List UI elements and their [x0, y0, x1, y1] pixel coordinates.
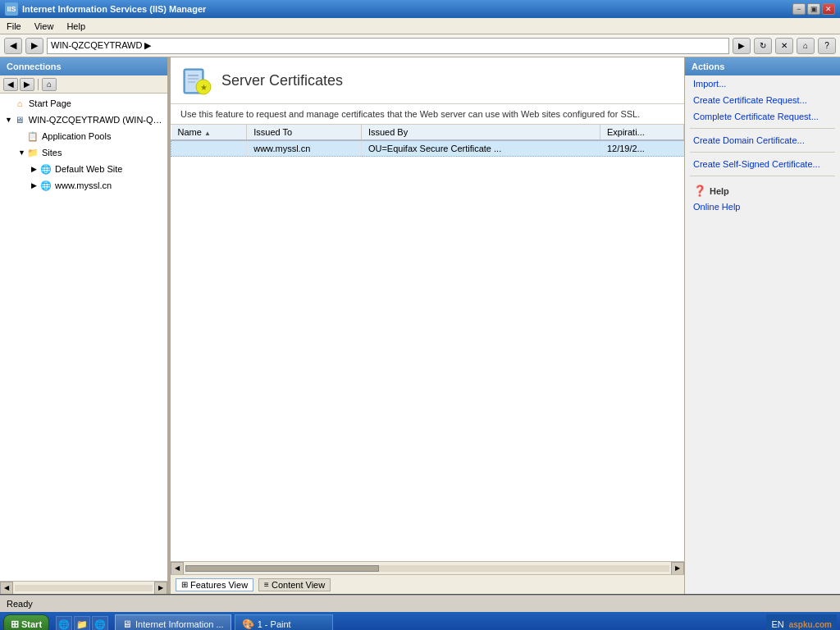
content-title: Server Certificates — [221, 72, 343, 89]
table-header-row: Name ▲ Issued To Issued By Expirati... — [171, 125, 684, 140]
start-page-icon: ⌂ — [13, 97, 26, 110]
help-section-header: ❓ Help — [685, 180, 840, 199]
conn-back-button[interactable]: ◀ — [3, 78, 18, 91]
main-layout: Connections ◀ ▶ ⌂ ⌂ Start Page ▼ 🖥 WIN-Q… — [0, 57, 840, 594]
tree-app-pools[interactable]: 📋 Application Pools — [0, 128, 167, 144]
title-bar: IIS Internet Information Services (IIS) … — [0, 0, 840, 18]
right-panel: Actions Import... Create Certificate Req… — [684, 57, 840, 594]
menu-bar: File View Help — [0, 18, 840, 34]
menu-file[interactable]: File — [0, 20, 28, 33]
h-scroll-track[interactable] — [185, 565, 669, 572]
forward-button[interactable]: ▶ — [25, 38, 43, 54]
app-icon: IIS — [5, 2, 18, 16]
back-button[interactable]: ◀ — [4, 38, 22, 54]
scroll-right-arrow[interactable]: ▶ — [154, 582, 167, 595]
refresh-button[interactable]: ↻ — [754, 38, 772, 54]
col-name[interactable]: Name ▲ — [171, 125, 247, 140]
scroll-left-arrow[interactable]: ◀ — [0, 582, 13, 595]
watermark-text: aspku.com — [789, 620, 832, 629]
minimize-button[interactable]: − — [792, 3, 806, 15]
scroll-track[interactable] — [15, 585, 153, 591]
system-tray: EN aspku.com — [766, 614, 837, 630]
tree-app-pools-label: Application Pools — [42, 131, 111, 141]
menu-help[interactable]: Help — [60, 20, 92, 33]
sort-arrow: ▲ — [204, 130, 211, 137]
address-bar: ◀ ▶ ▶ ↻ ✕ ⌂ ? — [0, 34, 840, 57]
create-self-signed-action[interactable]: Create Self-Signed Certificate... — [685, 156, 840, 172]
table-container[interactable]: Name ▲ Issued To Issued By Expirati... — [171, 125, 684, 561]
tree-server-label: WIN-QZCQEYTRAWD (WIN-QZC — [29, 115, 164, 125]
actions-header: Actions — [685, 57, 840, 75]
tree-arrow-server[interactable]: ▼ — [5, 116, 13, 124]
close-button[interactable]: ✕ — [822, 3, 835, 15]
connections-label: Connections — [7, 62, 62, 71]
tree-myssl[interactable]: ▶ 🌐 www.myssl.cn — [0, 177, 167, 194]
myssl-icon: 🌐 — [39, 179, 52, 192]
actions-label: Actions — [692, 62, 724, 71]
default-site-icon: 🌐 — [39, 162, 52, 176]
complete-cert-req-action[interactable]: Complete Certificate Request... — [685, 108, 840, 125]
certificates-table: Name ▲ Issued To Issued By Expirati... — [171, 125, 684, 157]
tree-arrow-default-site[interactable]: ▶ — [31, 165, 39, 173]
taskbar-paint[interactable]: 🎨 1 - Paint — [235, 614, 333, 630]
tree-start-page-label: Start Page — [29, 98, 71, 108]
tree-server[interactable]: ▼ 🖥 WIN-QZCQEYTRAWD (WIN-QZC — [0, 112, 167, 128]
content-view-icon: ≡ — [264, 580, 269, 589]
home-button[interactable]: ⌂ — [797, 38, 815, 54]
left-panel-scrollbar[interactable]: ◀ ▶ — [0, 581, 167, 594]
col-issued-to[interactable]: Issued To — [247, 125, 362, 140]
quick-launch-ie[interactable]: 🌐 — [56, 616, 72, 630]
tree-start-page[interactable]: ⌂ Start Page — [0, 95, 167, 112]
taskbar-paint-icon: 🎨 — [242, 619, 254, 630]
create-domain-cert-action[interactable]: Create Domain Certificate... — [685, 132, 840, 148]
conn-home-button[interactable]: ⌂ — [42, 78, 57, 91]
tree-arrow-sites[interactable]: ▼ — [18, 148, 26, 157]
nav-arrow-button[interactable]: ▶ — [733, 38, 751, 54]
server-icon: 🖥 — [13, 113, 26, 126]
col-expiration[interactable]: Expirati... — [600, 125, 683, 140]
restore-button[interactable]: ▣ — [807, 3, 820, 15]
tree-myssl-label: www.myssl.cn — [55, 180, 112, 190]
quick-launch-ie2[interactable]: 🌐 — [92, 616, 108, 630]
cert-large-icon: ★ — [180, 64, 213, 97]
col-issued-by[interactable]: Issued By — [361, 125, 600, 140]
features-view-button[interactable]: ⊞ Features View — [176, 578, 253, 591]
online-help-action[interactable]: Online Help — [685, 199, 840, 215]
tree-sites[interactable]: ▼ 📁 Sites — [0, 144, 167, 161]
window-controls: − ▣ ✕ — [792, 3, 835, 15]
table-row[interactable]: www.myssl.cn OU=Equifax Secure Certifica… — [171, 140, 684, 157]
import-action[interactable]: Import... — [685, 75, 840, 92]
quick-launch: 🌐 📁 🌐 — [56, 616, 108, 630]
tree-arrow-myssl[interactable]: ▶ — [31, 181, 39, 189]
actions-separator-2 — [690, 152, 835, 153]
sites-icon: 📁 — [26, 146, 39, 159]
create-cert-req-action[interactable]: Create Certificate Request... — [685, 92, 840, 108]
address-input[interactable] — [47, 38, 729, 54]
h-scroll-right-arrow[interactable]: ▶ — [671, 562, 684, 575]
taskbar-iis[interactable]: 🖥 Internet Information ... — [115, 614, 231, 630]
cell-name — [171, 140, 247, 157]
help-icon: ❓ — [693, 185, 706, 197]
stop-button[interactable]: ✕ — [775, 38, 793, 54]
horizontal-scrollbar[interactable]: ◀ ▶ — [171, 561, 684, 574]
features-view-icon: ⊞ — [181, 580, 188, 589]
left-panel: Connections ◀ ▶ ⌂ ⌂ Start Page ▼ 🖥 WIN-Q… — [0, 57, 168, 594]
conn-forward-button[interactable]: ▶ — [20, 78, 34, 91]
content-view-button[interactable]: ≡ Content View — [258, 578, 331, 591]
center-panel: ★ Server Certificates Use this feature t… — [171, 57, 684, 594]
help-button[interactable]: ? — [818, 38, 836, 54]
menu-view[interactable]: View — [28, 20, 61, 33]
start-button[interactable]: ⊞ Start — [3, 614, 49, 630]
taskbar-right: EN aspku.com — [766, 614, 837, 630]
tree-default-site-label: Default Web Site — [55, 164, 122, 174]
tree-area: ⌂ Start Page ▼ 🖥 WIN-QZCQEYTRAWD (WIN-QZ… — [0, 94, 167, 581]
h-scroll-thumb[interactable] — [185, 565, 379, 572]
window-title: Internet Information Services (IIS) Mana… — [22, 4, 206, 14]
cell-expiration: 12/19/2... — [600, 140, 683, 157]
h-scroll-left-arrow[interactable]: ◀ — [171, 562, 184, 575]
quick-launch-folder[interactable]: 📁 — [74, 616, 90, 630]
content-header: ★ Server Certificates — [171, 57, 684, 104]
tree-arrow-start — [5, 99, 13, 107]
actions-separator-3 — [690, 176, 835, 176]
tree-default-site[interactable]: ▶ 🌐 Default Web Site — [0, 161, 167, 177]
